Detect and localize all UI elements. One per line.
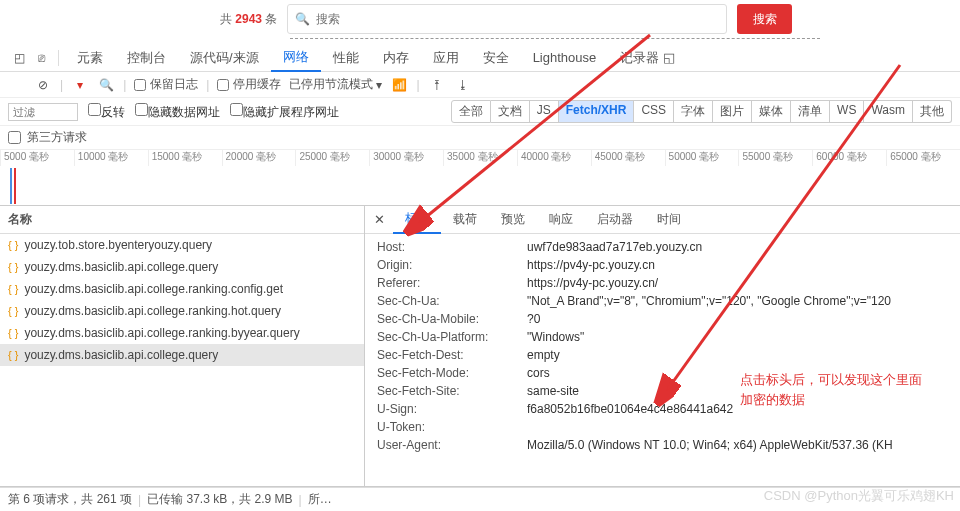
disable-cache-checkbox[interactable]: 停用缓存 xyxy=(217,76,281,93)
header-row: Referer:https://pv4y-pc.youzy.cn/ xyxy=(365,274,960,292)
detail-tab-载荷[interactable]: 载荷 xyxy=(441,206,489,234)
page-top-bar: 共 2943 条 🔍 搜索 xyxy=(0,0,960,38)
tab-console[interactable]: 控制台 xyxy=(115,44,178,72)
status-transferred: 已传输 37.3 kB，共 2.9 MB xyxy=(147,491,292,508)
result-count: 共 2943 条 xyxy=(220,11,277,28)
timeline-mark xyxy=(10,168,12,204)
search-icon-small[interactable]: 🔍 xyxy=(97,78,115,92)
header-value: "Windows" xyxy=(527,330,948,344)
request-row[interactable]: { }youzy.dms.basiclib.api.college.rankin… xyxy=(0,278,364,300)
clear-icon[interactable]: ⊘ xyxy=(34,78,52,92)
detail-tab-标头[interactable]: 标头 xyxy=(393,206,441,234)
xhr-icon: { } xyxy=(8,327,18,339)
header-key: Sec-Fetch-Dest: xyxy=(377,348,527,362)
timeline-mark xyxy=(14,168,16,204)
watermark: CSDN @Python光翼可乐鸡翅KH xyxy=(764,487,954,505)
header-value xyxy=(527,420,948,434)
third-party-label: 第三方请求 xyxy=(27,129,87,146)
header-value: empty xyxy=(527,348,948,362)
header-value: https://pv4y-pc.youzy.cn xyxy=(527,258,948,272)
annotation-text: 点击标头后，可以发现这个里面 加密的数据 xyxy=(740,370,922,409)
header-key: Referer: xyxy=(377,276,527,290)
detail-tab-响应[interactable]: 响应 xyxy=(537,206,585,234)
request-row[interactable]: { }youzy.dms.basiclib.api.college.query xyxy=(0,344,364,366)
wifi-icon[interactable]: 📶 xyxy=(390,78,408,92)
hide-data-checkbox[interactable]: 隐藏数据网址 xyxy=(135,103,220,121)
header-key: Origin: xyxy=(377,258,527,272)
type-filter: 全部文档JSFetch/XHRCSS字体图片媒体清单WSWasm其他 xyxy=(451,100,952,123)
header-row: Origin:https://pv4y-pc.youzy.cn xyxy=(365,256,960,274)
tab-recorder[interactable]: 记录器 ◱ xyxy=(608,44,687,72)
xhr-icon: { } xyxy=(8,349,18,361)
detail-tab-启动器[interactable]: 启动器 xyxy=(585,206,645,234)
request-list: 名称 { }youzy.tob.store.byenteryouzy.query… xyxy=(0,206,365,486)
tab-lighthouse[interactable]: Lighthouse xyxy=(521,44,609,72)
invert-checkbox[interactable]: 反转 xyxy=(88,103,125,121)
upload-icon[interactable]: ⭱ xyxy=(428,78,446,92)
third-party-checkbox[interactable] xyxy=(8,131,21,144)
close-icon[interactable]: ✕ xyxy=(365,212,393,227)
header-key: U-Sign: xyxy=(377,402,527,416)
hide-ext-checkbox[interactable]: 隐藏扩展程序网址 xyxy=(230,103,339,121)
request-row[interactable]: { }youzy.tob.store.byenteryouzy.query xyxy=(0,234,364,256)
devtools-tab-strip: ◰ ⎚ 元素 控制台 源代码/来源 网络 性能 内存 应用 安全 Lightho… xyxy=(0,44,960,72)
type-Fetch/XHR[interactable]: Fetch/XHR xyxy=(559,100,635,123)
search-button[interactable]: 搜索 xyxy=(737,4,792,34)
header-row: Sec-Fetch-Dest:empty xyxy=(365,346,960,364)
xhr-icon: { } xyxy=(8,305,18,317)
status-requests: 第 6 项请求，共 261 项 xyxy=(8,491,132,508)
type-其他[interactable]: 其他 xyxy=(913,100,952,123)
request-list-header: 名称 xyxy=(0,206,364,234)
type-字体[interactable]: 字体 xyxy=(674,100,713,123)
type-文档[interactable]: 文档 xyxy=(491,100,530,123)
detail-tabs: ✕ 标头载荷预览响应启动器时间 xyxy=(365,206,960,234)
request-row[interactable]: { }youzy.dms.basiclib.api.college.rankin… xyxy=(0,300,364,322)
type-清单[interactable]: 清单 xyxy=(791,100,830,123)
type-CSS[interactable]: CSS xyxy=(634,100,674,123)
header-row: U-Token: xyxy=(365,418,960,436)
request-detail: ✕ 标头载荷预览响应启动器时间 Host:uwf7de983aad7a717eb… xyxy=(365,206,960,486)
tab-elements[interactable]: 元素 xyxy=(65,44,115,72)
request-row[interactable]: { }youzy.dms.basiclib.api.college.rankin… xyxy=(0,322,364,344)
filter-icon[interactable]: ▾ xyxy=(71,78,89,92)
request-row[interactable]: { }youzy.dms.basiclib.api.college.query xyxy=(0,256,364,278)
third-party-row: 第三方请求 xyxy=(0,126,960,150)
tab-memory[interactable]: 内存 xyxy=(371,44,421,72)
network-split: 名称 { }youzy.tob.store.byenteryouzy.query… xyxy=(0,206,960,487)
tab-performance[interactable]: 性能 xyxy=(321,44,371,72)
xhr-icon: { } xyxy=(8,283,18,295)
select-element-icon[interactable]: ◰ xyxy=(8,47,30,69)
filter-input[interactable] xyxy=(8,103,78,121)
header-row: Host:uwf7de983aad7a717eb.youzy.cn xyxy=(365,238,960,256)
tab-sources[interactable]: 源代码/来源 xyxy=(178,44,271,72)
tab-application[interactable]: 应用 xyxy=(421,44,471,72)
type-WS[interactable]: WS xyxy=(830,100,864,123)
header-key: Sec-Fetch-Mode: xyxy=(377,366,527,380)
type-图片[interactable]: 图片 xyxy=(713,100,752,123)
header-key: Sec-Ch-Ua: xyxy=(377,294,527,308)
detail-tab-预览[interactable]: 预览 xyxy=(489,206,537,234)
download-icon[interactable]: ⭳ xyxy=(454,78,472,92)
type-媒体[interactable]: 媒体 xyxy=(752,100,791,123)
throttle-dropdown[interactable]: 已停用节流模式 ▾ xyxy=(289,76,382,93)
dotted-line xyxy=(290,38,820,39)
headers-panel: Host:uwf7de983aad7a717eb.youzy.cnOrigin:… xyxy=(365,234,960,486)
device-toggle-icon[interactable]: ⎚ xyxy=(30,47,52,69)
type-全部[interactable]: 全部 xyxy=(451,100,491,123)
detail-tab-时间[interactable]: 时间 xyxy=(645,206,693,234)
type-Wasm[interactable]: Wasm xyxy=(864,100,913,123)
header-key: Sec-Ch-Ua-Mobile: xyxy=(377,312,527,326)
preserve-log-checkbox[interactable]: 保留日志 xyxy=(134,76,198,93)
tab-network[interactable]: 网络 xyxy=(271,44,321,72)
search-input[interactable] xyxy=(287,4,727,34)
header-key: Sec-Ch-Ua-Platform: xyxy=(377,330,527,344)
header-key: Sec-Fetch-Site: xyxy=(377,384,527,398)
header-value: Mozilla/5.0 (Windows NT 10.0; Win64; x64… xyxy=(527,438,948,452)
tab-security[interactable]: 安全 xyxy=(471,44,521,72)
header-row: Sec-Ch-Ua-Platform:"Windows" xyxy=(365,328,960,346)
network-timeline[interactable]: 5000 毫秒10000 毫秒15000 毫秒20000 毫秒25000 毫秒3… xyxy=(0,150,960,206)
network-toolbar: ⊘ | ▾ 🔍 | 保留日志 | 停用缓存 已停用节流模式 ▾ 📶 | ⭱ ⭳ xyxy=(0,72,960,98)
xhr-icon: { } xyxy=(8,239,18,251)
xhr-icon: { } xyxy=(8,261,18,273)
type-JS[interactable]: JS xyxy=(530,100,559,123)
